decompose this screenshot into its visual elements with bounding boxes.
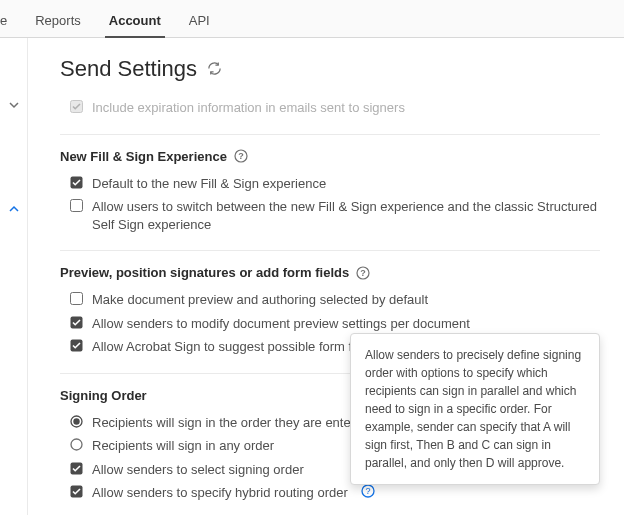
radio-selected-icon[interactable] bbox=[70, 415, 83, 428]
tooltip-text: Allow senders to precisely define signin… bbox=[365, 348, 581, 470]
svg-rect-7 bbox=[71, 293, 83, 305]
row-preview-default[interactable]: Make document preview and authoring sele… bbox=[60, 288, 600, 312]
svg-text:?: ? bbox=[360, 268, 366, 278]
checkbox-checked-icon[interactable] bbox=[70, 176, 83, 189]
label-signing-any: Recipients will sign in any order bbox=[92, 437, 274, 455]
row-expiration-include: Include expiration information in emails… bbox=[60, 96, 600, 120]
header-text-signing: Signing Order bbox=[60, 388, 147, 403]
row-fillsign-default[interactable]: Default to the new Fill & Sign experienc… bbox=[60, 172, 600, 196]
checkbox-checked-disabled-icon bbox=[70, 100, 83, 113]
label-fillsign-default: Default to the new Fill & Sign experienc… bbox=[92, 175, 326, 193]
checkbox-unchecked-icon[interactable] bbox=[70, 292, 83, 305]
svg-text:?: ? bbox=[238, 151, 244, 161]
page-title: Send Settings bbox=[60, 56, 600, 82]
top-tabs: e Reports Account API bbox=[0, 0, 624, 38]
info-icon[interactable]: ? bbox=[361, 484, 375, 498]
tab-account[interactable]: Account bbox=[95, 5, 175, 37]
svg-point-11 bbox=[73, 418, 79, 424]
info-icon[interactable]: ? bbox=[356, 266, 370, 280]
sidebar bbox=[0, 38, 28, 515]
checkbox-unchecked-icon[interactable] bbox=[70, 199, 83, 212]
section-fillsign: New Fill & Sign Experience ? Default to … bbox=[60, 134, 600, 251]
svg-text:?: ? bbox=[365, 486, 370, 496]
section-header-preview: Preview, position signatures or add form… bbox=[60, 265, 600, 280]
row-signing-hybrid[interactable]: Allow senders to specify hybrid routing … bbox=[60, 481, 600, 505]
header-text-fillsign: New Fill & Sign Experience bbox=[60, 149, 227, 164]
chevron-up-icon[interactable] bbox=[7, 202, 21, 216]
svg-rect-4 bbox=[71, 200, 83, 212]
section-header-fillsign: New Fill & Sign Experience ? bbox=[60, 149, 600, 164]
section-expiration: Include expiration information in emails… bbox=[60, 96, 600, 134]
label-signing-order: Recipients will sign in the order they a… bbox=[92, 414, 369, 432]
info-icon[interactable]: ? bbox=[234, 149, 248, 163]
label-fillsign-switch: Allow users to switch between the new Fi… bbox=[92, 198, 600, 233]
chevron-down-icon[interactable] bbox=[7, 98, 21, 112]
label-preview-default: Make document preview and authoring sele… bbox=[92, 291, 428, 309]
label-signing-hybrid: Allow senders to specify hybrid routing … bbox=[92, 484, 348, 502]
checkbox-checked-icon[interactable] bbox=[70, 462, 83, 475]
label-expiration-include: Include expiration information in emails… bbox=[92, 99, 405, 117]
svg-point-12 bbox=[71, 439, 82, 450]
label-signing-select: Allow senders to select signing order bbox=[92, 461, 304, 479]
checkbox-checked-icon[interactable] bbox=[70, 339, 83, 352]
radio-unselected-icon[interactable] bbox=[70, 438, 83, 451]
page-title-text: Send Settings bbox=[60, 56, 197, 82]
tab-reports[interactable]: Reports bbox=[21, 5, 95, 37]
checkbox-checked-icon[interactable] bbox=[70, 316, 83, 329]
tab-api[interactable]: API bbox=[175, 5, 224, 37]
tooltip-hybrid: Allow senders to precisely define signin… bbox=[350, 333, 600, 485]
row-fillsign-switch[interactable]: Allow users to switch between the new Fi… bbox=[60, 195, 600, 236]
checkbox-checked-icon[interactable] bbox=[70, 485, 83, 498]
header-text-preview: Preview, position signatures or add form… bbox=[60, 265, 349, 280]
label-preview-modify: Allow senders to modify document preview… bbox=[92, 315, 470, 333]
tab-truncated[interactable]: e bbox=[0, 5, 21, 37]
main-content: Send Settings Include expiration informa… bbox=[28, 38, 624, 515]
row-preview-modify[interactable]: Allow senders to modify document preview… bbox=[60, 312, 600, 336]
refresh-icon[interactable] bbox=[207, 56, 222, 82]
